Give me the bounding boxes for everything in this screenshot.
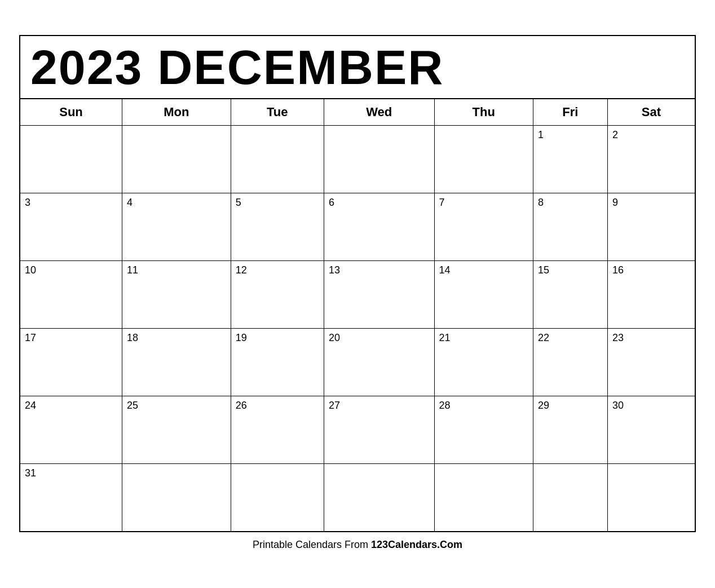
calendar-day-cell: 28 xyxy=(434,396,533,464)
calendar-day-cell: 21 xyxy=(434,329,533,396)
calendar-day-cell: 13 xyxy=(324,261,434,329)
calendar-day-cell: 19 xyxy=(231,329,324,396)
calendar-week-row: 17181920212223 xyxy=(20,329,695,396)
day-header-mon: Mon xyxy=(122,99,231,126)
calendar-footer: Printable Calendars From 123Calendars.Co… xyxy=(19,532,696,553)
calendar-day-cell: 26 xyxy=(231,396,324,464)
calendar-day-cell: 18 xyxy=(122,329,231,396)
day-header-thu: Thu xyxy=(434,99,533,126)
calendar-day-cell: 7 xyxy=(434,193,533,261)
calendar-day-cell: 30 xyxy=(607,396,695,464)
calendar-day-cell: 3 xyxy=(20,193,122,261)
calendar-day-cell: 22 xyxy=(533,329,607,396)
calendar-day-cell: 6 xyxy=(324,193,434,261)
calendar-day-cell xyxy=(231,464,324,532)
day-header-sat: Sat xyxy=(607,99,695,126)
day-header-wed: Wed xyxy=(324,99,434,126)
calendar-header-row: SunMonTueWedThuFriSat xyxy=(20,99,695,126)
calendar-day-cell: 14 xyxy=(434,261,533,329)
calendar-table: SunMonTueWedThuFriSat 123456789101112131… xyxy=(19,98,696,532)
calendar-container: 2023 DECEMBER SunMonTueWedThuFriSat 1234… xyxy=(19,35,696,553)
day-header-sun: Sun xyxy=(20,99,122,126)
calendar-day-cell xyxy=(607,464,695,532)
calendar-day-cell xyxy=(231,126,324,193)
calendar-day-cell xyxy=(324,126,434,193)
calendar-day-cell: 29 xyxy=(533,396,607,464)
calendar-day-cell: 27 xyxy=(324,396,434,464)
calendar-day-cell xyxy=(434,126,533,193)
calendar-day-cell: 2 xyxy=(607,126,695,193)
calendar-day-cell xyxy=(122,126,231,193)
calendar-day-cell: 23 xyxy=(607,329,695,396)
day-header-fri: Fri xyxy=(533,99,607,126)
calendar-title: 2023 DECEMBER xyxy=(19,35,696,98)
calendar-day-cell xyxy=(20,126,122,193)
calendar-week-row: 10111213141516 xyxy=(20,261,695,329)
calendar-day-cell xyxy=(324,464,434,532)
calendar-day-cell: 20 xyxy=(324,329,434,396)
calendar-day-cell xyxy=(533,464,607,532)
day-header-tue: Tue xyxy=(231,99,324,126)
calendar-day-cell: 8 xyxy=(533,193,607,261)
calendar-day-cell: 24 xyxy=(20,396,122,464)
calendar-day-cell: 11 xyxy=(122,261,231,329)
calendar-day-cell: 9 xyxy=(607,193,695,261)
calendar-day-cell xyxy=(122,464,231,532)
calendar-day-cell xyxy=(434,464,533,532)
calendar-day-cell: 4 xyxy=(122,193,231,261)
calendar-day-cell: 1 xyxy=(533,126,607,193)
footer-bold-text: 123Calendars.Com xyxy=(371,539,462,550)
calendar-day-cell: 5 xyxy=(231,193,324,261)
calendar-week-row: 3456789 xyxy=(20,193,695,261)
calendar-day-cell: 17 xyxy=(20,329,122,396)
calendar-day-cell: 15 xyxy=(533,261,607,329)
footer-normal-text: Printable Calendars From xyxy=(253,539,371,550)
calendar-day-cell: 12 xyxy=(231,261,324,329)
calendar-week-row: 12 xyxy=(20,126,695,193)
calendar-week-row: 24252627282930 xyxy=(20,396,695,464)
calendar-day-cell: 10 xyxy=(20,261,122,329)
calendar-day-cell: 16 xyxy=(607,261,695,329)
calendar-day-cell: 31 xyxy=(20,464,122,532)
calendar-week-row: 31 xyxy=(20,464,695,532)
calendar-day-cell: 25 xyxy=(122,396,231,464)
